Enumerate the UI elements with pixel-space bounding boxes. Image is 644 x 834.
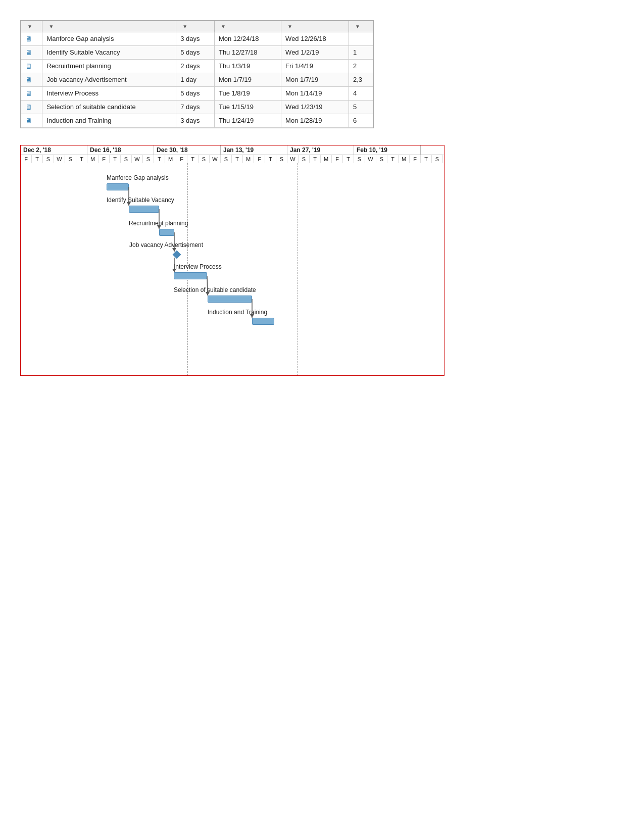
col-header-task-name[interactable]: ▼ (42, 21, 176, 32)
task-mode-icon: 🖥 (25, 62, 32, 70)
gantt-day-cell: F (98, 155, 110, 163)
predecessors-cell: 1 (349, 46, 373, 60)
gantt-day-cell: S (376, 155, 387, 163)
gantt-task-label: Induction and Training (208, 309, 267, 316)
gantt-bar (174, 272, 207, 279)
finish-cell: Mon 1/14/19 (281, 87, 349, 101)
predecessors-cell: 2 (349, 60, 373, 73)
gantt-task-label: Manforce Gap analysis (107, 174, 169, 181)
gantt-day-cell: S (432, 155, 443, 163)
gantt-day-cell: S (43, 155, 54, 163)
gantt-day-cell: S (121, 155, 132, 163)
task-mode-cell: 🖥 (21, 87, 42, 101)
gantt-day-cell: M (399, 155, 410, 163)
task-mode-cell: 🖥 (21, 60, 42, 73)
gantt-day-cell: T (76, 155, 87, 163)
gantt-bar (107, 183, 129, 190)
table-row: 🖥Selection of suitable candidate7 daysTu… (21, 101, 373, 114)
predecessors-cell: 4 (349, 87, 373, 101)
predecessors-cell: 6 (349, 114, 373, 128)
gantt-day-cell: F (332, 155, 343, 163)
sort-arrow-predecessors: ▼ (355, 24, 360, 29)
duration-cell: 5 days (176, 46, 215, 60)
duration-cell: 3 days (176, 32, 215, 46)
gantt-day-cell: W (287, 155, 299, 163)
gantt-period-label: Dec 2, '18 (21, 145, 87, 155)
gantt-day-cell: T (154, 155, 165, 163)
task-name-cell: Job vacancy Advertisement (42, 73, 176, 87)
gantt-task-label: Interview Process (174, 263, 222, 270)
col-header-finish[interactable]: ▼ (281, 21, 349, 32)
gantt-day-cell: F (176, 155, 187, 163)
gantt-day-cell: T (232, 155, 243, 163)
gantt-bar (208, 296, 252, 303)
sort-arrow-task-name: ▼ (48, 24, 54, 29)
task-mode-cell: 🖥 (21, 32, 42, 46)
sort-arrow-finish: ▼ (287, 24, 292, 29)
gantt-day-cell: S (276, 155, 287, 163)
task-name-cell: Selection of suitable candidate (42, 101, 176, 114)
duration-cell: 5 days (176, 87, 215, 101)
gantt-day-cell: F (21, 155, 32, 163)
task-mode-icon: 🖥 (25, 103, 32, 111)
gantt-task-label: Recruirtment planning (129, 220, 188, 227)
gantt-body: Manforce Gap analysisIdentify Suitable V… (21, 163, 444, 375)
sort-arrow-duration: ▼ (182, 24, 187, 29)
gantt-day-row: FTSWSTMFTSWSTMFTSWSTMFTSWSTMFTSWSTMFTSW (21, 155, 444, 163)
finish-cell: Mon 1/7/19 (281, 73, 349, 87)
start-cell: Thu 12/27/18 (214, 46, 281, 60)
gantt-day-cell: T (421, 155, 432, 163)
table-row: 🖥Recruirtment planning2 daysThu 1/3/19Fr… (21, 60, 373, 73)
gantt-day-cell: W (365, 155, 376, 163)
finish-cell: Fri 1/4/19 (281, 60, 349, 73)
gantt-day-cell: W (210, 155, 221, 163)
finish-cell: Wed 1/23/19 (281, 101, 349, 114)
sort-arrow-task-mode: ▼ (27, 24, 32, 29)
task-name-cell: Manforce Gap analysis (42, 32, 176, 46)
gantt-day-cell: S (199, 155, 210, 163)
start-cell: Mon 1/7/19 (214, 73, 281, 87)
gantt-period-label: Jan 13, '19 (221, 145, 287, 155)
gantt-day-cell: M (87, 155, 98, 163)
task-mode-cell: 🖥 (21, 46, 42, 60)
gantt-bar (129, 206, 159, 213)
col-header-predecessors[interactable]: ▼ (349, 21, 373, 32)
task-table: ▼ ▼ ▼ (21, 21, 373, 128)
gantt-day-cell: W (54, 155, 65, 163)
predecessors-cell: 2,3 (349, 73, 373, 87)
duration-cell: 2 days (176, 60, 215, 73)
finish-cell: Wed 1/2/19 (281, 46, 349, 60)
gantt-day-cell: T (265, 155, 276, 163)
start-cell: Mon 12/24/18 (214, 32, 281, 46)
gantt-day-cell: M (243, 155, 254, 163)
gantt-day-cell: T (387, 155, 399, 163)
col-header-task-mode[interactable]: ▼ (21, 21, 42, 32)
gantt-day-cell: F (410, 155, 421, 163)
start-cell: Tue 1/8/19 (214, 87, 281, 101)
table-row: 🖥Manforce Gap analysis3 daysMon 12/24/18… (21, 32, 373, 46)
gantt-task-label: Selection of suitable candidate (174, 286, 256, 293)
task-mode-cell: 🖥 (21, 101, 42, 114)
gantt-day-cell: S (143, 155, 154, 163)
table-row: 🖥Interview Process5 daysTue 1/8/19Mon 1/… (21, 87, 373, 101)
gantt-task-label: Identify Suitable Vacancy (107, 197, 174, 204)
start-cell: Thu 1/3/19 (214, 60, 281, 73)
col-header-duration[interactable]: ▼ (176, 21, 215, 32)
gantt-day-cell: T (187, 155, 199, 163)
col-header-start[interactable]: ▼ (214, 21, 281, 32)
gantt-day-cell: S (221, 155, 232, 163)
task-name-cell: Induction and Training (42, 114, 176, 128)
task-name-cell: Identify Suitable Vacancy (42, 46, 176, 60)
task-mode-icon: 🖥 (25, 117, 32, 125)
gantt-day-cell: S (65, 155, 76, 163)
gantt-day-cell: W (132, 155, 143, 163)
gantt-day-cell: S (354, 155, 365, 163)
gantt-bar (159, 229, 174, 236)
gantt-chart: Dec 2, '18Dec 16, '18Dec 30, '18Jan 13, … (20, 145, 444, 376)
duration-cell: 7 days (176, 101, 215, 114)
gantt-day-cell: W (443, 155, 444, 163)
gantt-period-row: Dec 2, '18Dec 16, '18Dec 30, '18Jan 13, … (21, 145, 444, 155)
table-row: 🖥Induction and Training3 daysThu 1/24/19… (21, 114, 373, 128)
gantt-day-cell: T (310, 155, 321, 163)
gantt-task-label: Job vacancy Advertisement (129, 241, 203, 249)
